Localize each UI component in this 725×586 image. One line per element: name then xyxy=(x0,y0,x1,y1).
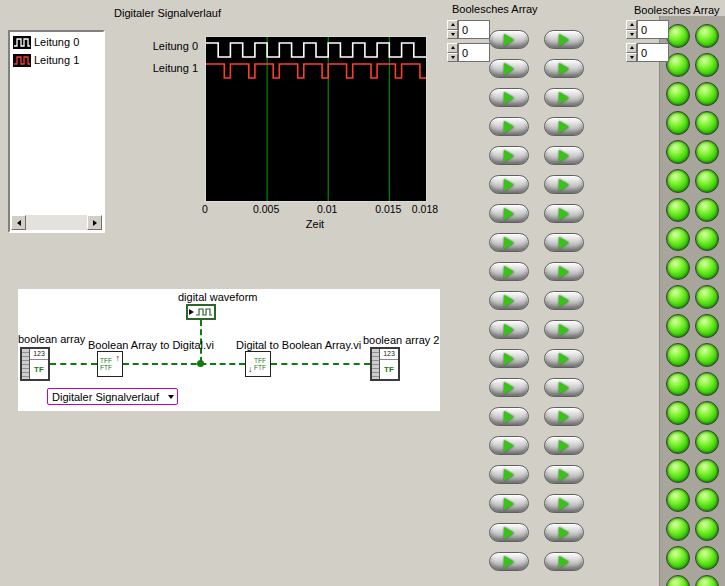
boolean-array2-terminal[interactable]: 123 TF xyxy=(370,347,400,381)
index-value[interactable]: 0 xyxy=(637,43,669,62)
bool-button[interactable] xyxy=(544,204,584,223)
bool-button[interactable] xyxy=(489,262,529,281)
index-value[interactable]: 0 xyxy=(458,20,490,39)
bool-button[interactable] xyxy=(544,349,584,368)
bool-button[interactable] xyxy=(489,146,529,165)
bool-button[interactable] xyxy=(489,349,529,368)
digital-to-boolean-vi-icon[interactable]: ↓ TFFFTF xyxy=(245,351,271,377)
ring-value: Digitaler Signalverlauf xyxy=(48,391,164,403)
led-indicator xyxy=(666,372,690,396)
led-indicator xyxy=(666,517,690,541)
bool-button[interactable] xyxy=(489,175,529,194)
led-triangle-icon xyxy=(559,411,569,423)
led-indicator xyxy=(695,517,719,541)
decrement-button[interactable] xyxy=(626,30,637,40)
bool-button[interactable] xyxy=(544,233,584,252)
increment-button[interactable] xyxy=(447,43,458,53)
bool-button[interactable] xyxy=(544,146,584,165)
boolean-array-terminal[interactable]: 123 TF xyxy=(20,347,50,381)
bool-button-column-2 xyxy=(544,30,584,571)
bool-button[interactable] xyxy=(544,494,584,513)
bool-button[interactable] xyxy=(544,30,584,49)
bool-button[interactable] xyxy=(544,88,584,107)
legend-item-leitung-1[interactable]: Leitung 1 xyxy=(11,51,102,69)
index-value[interactable]: 0 xyxy=(458,43,490,62)
increment-button[interactable] xyxy=(447,20,458,30)
led-triangle-icon xyxy=(504,353,514,365)
led-triangle-icon xyxy=(559,92,569,104)
bool-button[interactable] xyxy=(489,204,529,223)
bool-button[interactable] xyxy=(544,552,584,571)
led-indicator xyxy=(695,140,719,164)
bool-button[interactable] xyxy=(544,407,584,426)
led-triangle-icon xyxy=(559,179,569,191)
led-triangle-icon xyxy=(504,34,514,46)
bool-button[interactable] xyxy=(489,117,529,136)
led-column-2 xyxy=(695,24,719,586)
bool-button[interactable] xyxy=(489,291,529,310)
index-value[interactable]: 0 xyxy=(637,20,669,39)
bool-button[interactable] xyxy=(489,465,529,484)
bool-button[interactable] xyxy=(489,494,529,513)
led-indicator xyxy=(695,169,719,193)
boolean-to-digital-vi-icon[interactable]: ↑ TFFFTF xyxy=(97,351,123,377)
boolean-tf-icon: TF xyxy=(30,360,48,379)
decrement-button[interactable] xyxy=(447,30,458,40)
scrollbar-track[interactable] xyxy=(26,215,87,230)
led-triangle-icon xyxy=(559,34,569,46)
bool-button[interactable] xyxy=(489,59,529,78)
led-indicator xyxy=(666,575,690,586)
led-triangle-icon xyxy=(559,527,569,539)
digital-waveform-terminal[interactable] xyxy=(186,304,216,320)
bool-button[interactable] xyxy=(489,320,529,339)
dropdown-arrow-icon[interactable] xyxy=(164,395,177,399)
led-triangle-icon xyxy=(504,150,514,162)
led-triangle-icon xyxy=(559,150,569,162)
to-digital-vi-label: Boolean Array to Digital.vi xyxy=(88,339,214,351)
waveform-wire-horizontal xyxy=(123,363,245,365)
bool-button[interactable] xyxy=(489,233,529,252)
bool-button[interactable] xyxy=(544,175,584,194)
decrement-button[interactable] xyxy=(447,53,458,63)
led-indicator xyxy=(695,285,719,309)
waveform-type-ring-dropdown[interactable]: Digitaler Signalverlauf xyxy=(47,388,178,405)
spinner-arrows xyxy=(447,43,458,62)
bool-button[interactable] xyxy=(489,378,529,397)
bool-button[interactable] xyxy=(489,88,529,107)
scroll-right-button[interactable] xyxy=(87,215,102,230)
bool-button[interactable] xyxy=(544,291,584,310)
led-triangle-icon xyxy=(504,237,514,249)
array-index-icon xyxy=(372,349,380,379)
bool-button[interactable] xyxy=(544,320,584,339)
bool-button[interactable] xyxy=(544,378,584,397)
led-indicator xyxy=(666,285,690,309)
led-triangle-icon xyxy=(559,63,569,75)
led-indicator xyxy=(666,198,690,222)
bool-button[interactable] xyxy=(544,465,584,484)
legend-item-leitung-0[interactable]: Leitung 0 xyxy=(11,33,102,51)
arrow-down-icon xyxy=(451,56,455,59)
bool-array-title-right: Boolesches Array xyxy=(634,4,720,16)
bool-button[interactable] xyxy=(544,436,584,455)
bool-button[interactable] xyxy=(489,407,529,426)
increment-button[interactable] xyxy=(626,43,637,53)
decrement-button[interactable] xyxy=(626,53,637,63)
legend-scrollbar[interactable] xyxy=(11,215,102,230)
bool-button[interactable] xyxy=(489,436,529,455)
square-wave-icon xyxy=(195,307,213,317)
bool-button[interactable] xyxy=(544,59,584,78)
bool-button[interactable] xyxy=(489,523,529,542)
arrow-down-icon: ↓ xyxy=(248,365,253,374)
boolean-array-label: boolean array xyxy=(18,333,85,345)
bool-button[interactable] xyxy=(544,262,584,281)
to-boolean-vi-label: Digital to Boolean Array.vi xyxy=(236,339,361,351)
scroll-left-button[interactable] xyxy=(11,215,26,230)
led-indicator xyxy=(695,256,719,280)
increment-button[interactable] xyxy=(626,20,637,30)
bool-button[interactable] xyxy=(489,30,529,49)
bool-button[interactable] xyxy=(544,117,584,136)
wire-junction-dot xyxy=(197,360,204,367)
bool-button[interactable] xyxy=(544,523,584,542)
bool-button[interactable] xyxy=(489,552,529,571)
legend-label: Leitung 0 xyxy=(34,36,79,48)
